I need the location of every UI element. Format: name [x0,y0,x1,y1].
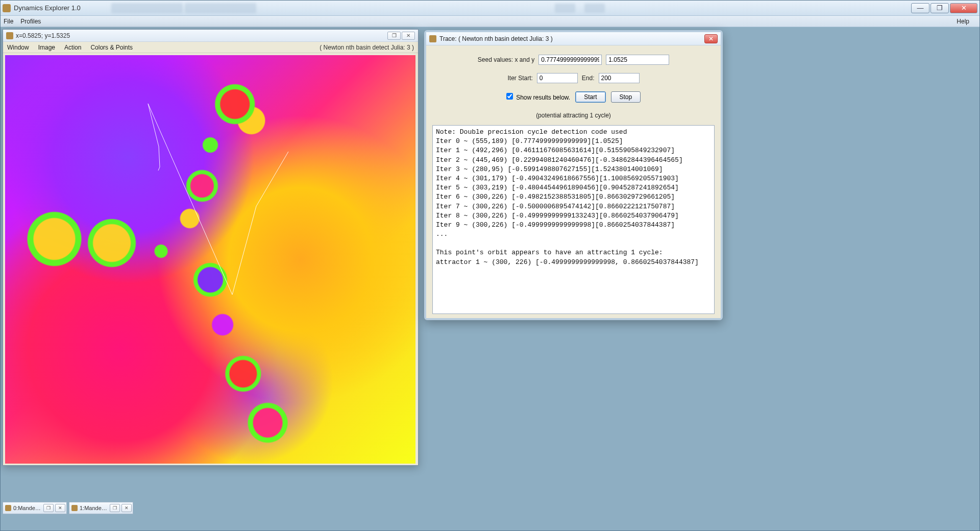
iter-row: Iter Start: End: [432,73,715,83]
show-results-label[interactable]: Show results below. [506,93,570,101]
fractal-menu-image[interactable]: Image [38,44,55,51]
iter-end-label: End: [582,75,595,82]
fractal-menu-action[interactable]: Action [64,44,81,51]
mdi-min-item-0[interactable]: 0:Mandel ... ❐ ✕ [3,502,67,514]
mdi-item-label: 1:Mandel ... [80,505,108,511]
minimize-button[interactable]: — [911,3,929,13]
fractal-canvas[interactable] [5,55,415,464]
java-icon [429,35,436,42]
mdi-workspace: x=0.5825; y=1.5325 ❐ ✕ Window Image Acti… [1,27,979,515]
trace-window: Trace: ( Newton nth basin detect Julia: … [424,30,723,320]
child-close-button[interactable]: ✕ [402,32,415,40]
button-row: Show results below. Start Stop [432,91,715,103]
seed-x-input[interactable] [538,55,602,65]
mdi-item-label: 0:Mandel ... [13,505,42,511]
menu-help[interactable]: Help [957,18,969,25]
iter-start-label: Iter Start: [507,75,532,82]
fractal-window: x=0.5825; y=1.5325 ❐ ✕ Window Image Acti… [3,29,419,466]
app-title: Dynamics Explorer 1.0 [14,4,81,12]
blur-spot [555,4,575,13]
fractal-coords: x=0.5825; y=1.5325 [16,32,70,39]
trace-output[interactable]: Note: Double precision cycle detection c… [432,125,715,314]
app-titlebar: Dynamics Explorer 1.0 — ❐ ✕ [1,1,979,16]
menu-file[interactable]: File [4,18,13,25]
seed-label: Seed values: x and y [478,56,534,63]
trace-title: Trace: ( Newton nth basin detect Julia: … [439,35,553,42]
fractal-title-right: ( Newton nth basin detect Julia: 3 ) [320,44,414,51]
seed-y-input[interactable] [606,55,669,65]
menu-profiles[interactable]: Profiles [20,18,41,25]
close-button[interactable]: ✕ [950,3,977,13]
mdi-taskbar: 0:Mandel ... ❐ ✕ 1:Mandel ... ❐ ✕ [3,502,133,514]
app-window: Dynamics Explorer 1.0 — ❐ ✕ File Profile… [0,0,980,531]
show-results-checkbox[interactable] [506,93,513,100]
mdi-restore-icon[interactable]: ❐ [110,504,120,512]
trace-status: (potential attracting 1 cycle) [432,112,715,119]
orbit-overlay [5,55,415,464]
app-menubar: File Profiles Help [1,16,979,27]
fractal-menubar: Window Image Action Colors & Points ( Ne… [3,42,418,53]
mdi-restore-icon[interactable]: ❐ [43,504,54,512]
seed-row: Seed values: x and y [432,55,715,65]
java-icon [6,32,13,39]
trace-titlebar[interactable]: Trace: ( Newton nth basin detect Julia: … [426,32,721,45]
mdi-close-icon[interactable]: ✕ [55,504,65,512]
child-restore-button[interactable]: ❐ [387,32,401,40]
mdi-min-item-1[interactable]: 1:Mandel ... ❐ ✕ [69,502,133,514]
iter-end-input[interactable] [599,73,640,83]
start-button[interactable]: Start [575,91,605,103]
trace-close-button[interactable]: ✕ [704,34,718,43]
blur-spot [584,4,605,13]
window-controls: — ❐ ✕ [911,3,977,13]
trace-body: Seed values: x and y Iter Start: End: Sh… [426,45,721,318]
mdi-close-icon[interactable]: ✕ [121,504,132,512]
java-icon [71,505,78,511]
app-icon [3,4,11,12]
stop-button[interactable]: Stop [611,91,641,103]
fractal-titlebar[interactable]: x=0.5825; y=1.5325 ❐ ✕ [3,30,418,42]
iter-start-input[interactable] [537,73,578,83]
child-window-controls: ❐ ✕ [387,32,415,40]
java-icon [5,505,11,511]
fractal-menu-window[interactable]: Window [7,44,29,51]
background-tabs-blur [111,3,256,13]
maximize-button[interactable]: ❐ [930,3,949,13]
fractal-menu-colors[interactable]: Colors & Points [90,44,133,51]
